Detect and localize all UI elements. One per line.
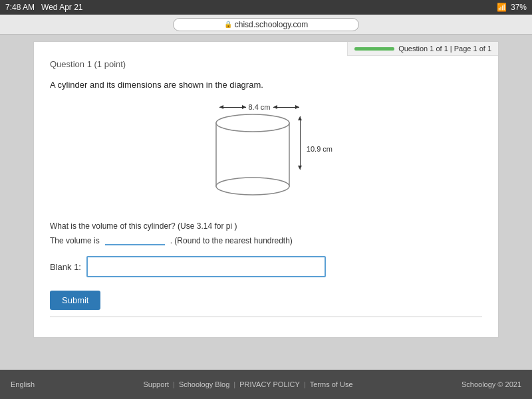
progress-bar [354,47,394,51]
time-display: 7:48 AM [5,3,35,12]
bottom-divider [50,317,482,317]
footer-copyright: Schoology © 2021 [462,380,521,388]
sub-question: What is the volume of this cylinder? (Us… [50,221,482,231]
question-text: A cylinder and its dimensions are shown … [50,80,482,90]
height-label: 10.9 cm [307,145,332,153]
url-bar[interactable]: 🔒 chisd.schoology.com [173,18,359,31]
cylinder-diagram: 8.4 cm 10.9 cm [50,102,482,208]
main-content: Question 1 of 1 | Page 1 of 1 Question 1… [0,35,532,370]
answer-suffix: . (Round to the nearest hundredth) [170,236,293,245]
status-bar: 7:48 AM Wed Apr 21 📶 37% [0,0,532,15]
footer-terms-link[interactable]: Terms of Use [310,380,353,388]
height-line [300,116,301,170]
footer: English Support | Schoology Blog | PRIVA… [0,370,532,399]
arrow-line-left [219,107,246,108]
answer-prompt: The volume is [50,236,100,245]
footer-links: Support | Schoology Blog | PRIVACY POLIC… [143,380,352,388]
svg-rect-0 [216,123,289,186]
cylinder-wrapper: 8.4 cm 10.9 cm [200,102,332,205]
blank-input[interactable] [86,256,326,277]
footer-support-link[interactable]: Support [143,380,169,388]
footer-language: English [11,380,35,388]
svg-point-1 [216,178,289,195]
submit-button[interactable]: Submit [50,291,100,310]
answer-underline [105,236,165,245]
width-label: 8.4 cm [246,103,273,111]
url-text: chisd.schoology.com [235,20,309,29]
question-points: (1 point) [94,59,126,69]
question-card: Question 1 of 1 | Page 1 of 1 Question 1… [33,41,499,338]
svg-point-2 [216,114,289,132]
progress-text: Question 1 of 1 | Page 1 of 1 [398,45,491,53]
answer-line: The volume is . (Round to the nearest hu… [50,236,482,245]
lock-icon: 🔒 [224,21,232,28]
wifi-icon: 📶 [497,3,507,12]
footer-privacy-link[interactable]: PRIVACY POLICY [239,380,300,388]
blank-row: Blank 1: [50,256,482,277]
question-number: Question 1 [50,59,92,69]
browser-bar: 🔒 chisd.schoology.com [0,15,532,35]
blank-label: Blank 1: [50,262,81,272]
question-header: Question 1 (1 point) [50,59,482,69]
cylinder-svg [213,111,293,198]
arrow-line-right [273,107,300,108]
footer-blog-link[interactable]: Schoology Blog [179,380,229,388]
battery-display: 37% [511,3,527,12]
progress-indicator: Question 1 of 1 | Page 1 of 1 [347,42,498,56]
height-value: 10.9 cm [307,145,332,153]
date-display: Wed Apr 21 [41,3,82,12]
width-arrow: 8.4 cm [219,103,299,111]
